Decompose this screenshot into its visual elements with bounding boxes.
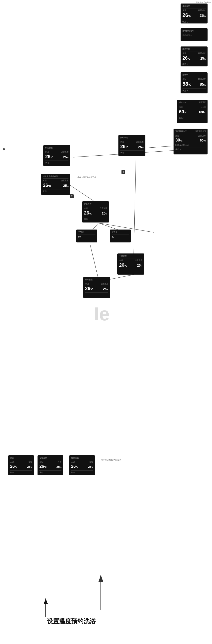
label-personnel: 接收人员变动信号节点 bbox=[77, 176, 96, 178]
node-device-state: 设备状态 水温 设置温度 26℃ 25% 状态 bbox=[43, 145, 70, 166]
node-booking-complete: 预约完成 水温 设置 26℃ 25% 状态 bbox=[69, 455, 95, 475]
node-initial-state: 初始状态 水温 设置温度 26℃ 25% 状态 1 bbox=[181, 4, 208, 24]
node-set-temp: 设置温度 水温 设置 26℃ 25% 状态 bbox=[37, 455, 63, 475]
connector-t-icon-1: T bbox=[70, 194, 74, 198]
svg-line-14 bbox=[110, 274, 134, 279]
node-personnel-signal: 接收人员变动信号 水温 设置温度 26℃ 25% 状态 bbox=[41, 174, 70, 195]
node-update-count: 更新人数 水温 设置温度 26℃ 25% 状态 bbox=[82, 201, 109, 222]
main-title-label: 设置温度预约洗浴 bbox=[47, 617, 96, 626]
svg-line-7 bbox=[134, 157, 136, 256]
node-end-1: 结束 水温 设置 26℃ 25% 状态 bbox=[8, 455, 34, 475]
connector-t-icon-2: T bbox=[121, 170, 125, 174]
node-temp-reached: 温度达标 设置温度 水温 60℃ 60℃ 100% 状态 4 bbox=[177, 100, 208, 123]
node-state-update: 状态更新 水温 设置温度 26℃ 25% 状态 2 bbox=[181, 46, 208, 66]
label-top-right: 温度控制节点状态 bbox=[196, 1, 211, 4]
node-sub-1: 子节点 60 bbox=[76, 230, 97, 242]
node-receive-signal: 接收预约信号 等待信号中... bbox=[181, 28, 208, 41]
node-heating: 加热中 水温 目标温度 58℃ 85% 状态 3 bbox=[181, 72, 208, 94]
label-left-branch: 接收人员变动信号节点 bbox=[2, 147, 5, 166]
bottom-note: 用户可以通过此节点输入 bbox=[101, 459, 121, 462]
ie-text-area: Ie bbox=[68, 295, 135, 333]
node-bath-execute: 预约洗浴执行 设置温度 60℃ 水温 设置温度 30℃ 60℃ 时间: 2小时 … bbox=[174, 128, 208, 154]
diagram-container: 初始状态 水温 设置温度 26℃ 25% 状态 1 温度控制节点状态 接收预约信… bbox=[0, 0, 212, 644]
node-branch-a: 预约节点 水温 设置温度 26℃ 25% 状态 bbox=[118, 135, 145, 156]
node-mid-state: 中间状态 水温 设置温度 26℃ 25% bbox=[117, 254, 144, 274]
main-arrow bbox=[40, 596, 52, 620]
node-sub-2: 子节点 60 bbox=[110, 230, 131, 242]
svg-line-13 bbox=[90, 245, 98, 279]
